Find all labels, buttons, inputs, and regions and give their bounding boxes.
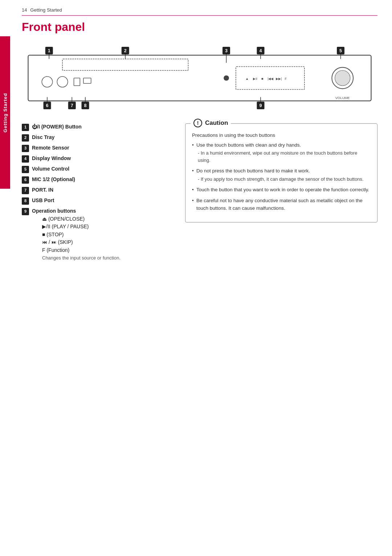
svg-text:9: 9 [259, 103, 262, 108]
svg-text:3: 3 [225, 48, 228, 53]
svg-text:7: 7 [71, 103, 73, 108]
svg-text:VOLUME: VOLUME [335, 96, 350, 100]
svg-text:1: 1 [48, 48, 50, 53]
label-item: 8USB Port [22, 197, 174, 205]
label-item: 6MIC 1/2 (Optional) [22, 176, 174, 184]
svg-point-21 [224, 75, 229, 81]
svg-text:■: ■ [261, 77, 264, 81]
label-content: Disc Tray [32, 134, 54, 141]
label-number: 6 [22, 176, 29, 184]
label-sub-item: ⏏ (OPEN/CLOSE) [42, 216, 121, 223]
label-text: USB Port [32, 197, 54, 203]
label-content: USB Port [32, 197, 54, 204]
labels-section: 1⏻/I (POWER) Button2Disc Tray3Remote Sen… [22, 123, 174, 264]
svg-text:6: 6 [46, 103, 48, 108]
label-sub-item: ■ (STOP) [42, 231, 121, 238]
svg-text:F: F [285, 77, 287, 81]
header-page-num: 14 [22, 7, 27, 13]
svg-point-17 [42, 77, 52, 87]
label-text: Operation buttons [32, 208, 76, 214]
label-item: 9Operation buttons⏏ (OPEN/CLOSE)▶/II (PL… [22, 208, 174, 261]
label-item: 3Remote Sensor [22, 144, 174, 152]
label-content: Display Window [32, 155, 71, 162]
svg-text:8: 8 [84, 103, 86, 108]
label-text: ⏻/I (POWER) Button [32, 124, 82, 130]
label-sub: ⏏ (OPEN/CLOSE)▶/II (PLAY / PAUSE)■ (STOP… [42, 216, 121, 254]
caution-sub-text: - If you apply too much strength, it can… [196, 176, 371, 183]
svg-point-30 [335, 70, 350, 86]
label-number: 4 [22, 155, 29, 163]
label-note: Changes the input source or function. [42, 255, 121, 261]
header-section: Getting Started [30, 7, 62, 13]
label-sub-item: ▶/II (PLAY / PAUSE) [42, 223, 121, 230]
label-item: 2Disc Tray [22, 134, 174, 142]
label-item: 4Display Window [22, 155, 174, 163]
label-text: Display Window [32, 155, 71, 161]
svg-rect-19 [74, 78, 80, 86]
svg-point-18 [57, 77, 68, 87]
svg-rect-16 [62, 59, 188, 71]
caution-header: ! Caution [191, 119, 231, 127]
label-content: MIC 1/2 (Optional) [32, 176, 75, 183]
section-side-tab: Getting Started [0, 36, 10, 189]
label-number: 1 [22, 124, 29, 131]
side-tab-label: Getting Started [3, 93, 8, 132]
label-number: 7 [22, 187, 29, 194]
label-sub-item: F (Function) [42, 247, 121, 254]
panel-svg: 1 2 3 4 5 ▲ [22, 40, 377, 116]
svg-rect-20 [83, 78, 91, 83]
label-text: MIC 1/2 (Optional) [32, 176, 75, 182]
page-header: 14 Getting Started [22, 7, 377, 16]
label-content: ⏻/I (POWER) Button [32, 123, 82, 131]
svg-text:▶II: ▶II [253, 77, 257, 81]
svg-text:4: 4 [259, 48, 262, 53]
svg-text:|◀◀: |◀◀ [268, 77, 273, 81]
caution-list: Use the touch buttons with clean and dry… [192, 142, 371, 212]
label-item: 7PORT. IN [22, 187, 174, 194]
caution-intro: Precautions in using the touch buttons [192, 132, 371, 138]
label-number: 3 [22, 145, 29, 152]
label-text: Remote Sensor [32, 145, 69, 151]
label-number: 2 [22, 134, 29, 142]
label-text: Disc Tray [32, 134, 54, 140]
label-number: 8 [22, 197, 29, 205]
caution-box: ! Caution Precautions in using the touch… [185, 123, 377, 222]
front-panel-diagram: 1 2 3 4 5 ▲ [22, 40, 377, 123]
caution-sub-text: - In a humid environment, wipe out any m… [196, 150, 371, 164]
caution-list-item: Be careful not to have any conductive ma… [192, 197, 371, 212]
label-content: Operation buttons⏏ (OPEN/CLOSE)▶/II (PLA… [32, 208, 121, 261]
page-title: Front panel [22, 20, 85, 34]
svg-text:▲: ▲ [245, 77, 249, 81]
caution-list-item: Do not press the touch buttons hard to m… [192, 167, 371, 183]
label-item: 1⏻/I (POWER) Button [22, 123, 174, 131]
caution-title: Caution [205, 119, 228, 127]
svg-text:5: 5 [339, 48, 342, 53]
label-content: Remote Sensor [32, 144, 69, 152]
svg-text:2: 2 [124, 48, 127, 53]
label-sub-item: ⏮ / ⏭ (SKIP) [42, 239, 121, 246]
label-text: Volume Control [32, 166, 69, 172]
svg-text:▶▶|: ▶▶| [276, 77, 282, 81]
caution-icon: ! [193, 119, 202, 127]
label-number: 5 [22, 166, 29, 173]
label-number: 9 [22, 208, 29, 215]
label-item: 5Volume Control [22, 165, 174, 173]
caution-list-item: Use the touch buttons with clean and dry… [192, 142, 371, 164]
label-content: PORT. IN [32, 187, 53, 194]
caution-list-item: Touch the button that you want to work i… [192, 186, 371, 193]
label-content: Volume Control [32, 165, 69, 173]
label-text: PORT. IN [32, 187, 53, 193]
